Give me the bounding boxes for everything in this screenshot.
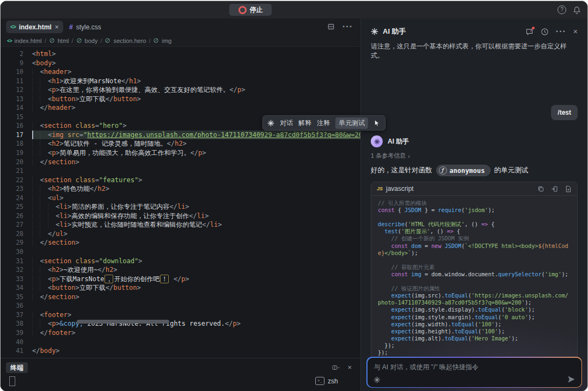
code-line[interactable]: 40 <box>1 338 360 347</box>
toolbar-item-explain[interactable]: 解释 <box>298 119 311 128</box>
code-line[interactable]: 41</body> <box>1 346 360 356</box>
code-editor[interactable]: 2<html>9<body>10 <header>11 <h1>欢迎来到Mars… <box>1 47 360 358</box>
code-line[interactable]: 34 <button>立即下载</button> <box>1 283 360 293</box>
code-line[interactable]: 33 <p>下载MarsNote，开始你的创作吧！ </p> <box>1 275 360 284</box>
new-chat-icon[interactable] <box>525 28 534 36</box>
selector-icon <box>49 38 55 44</box>
code-line[interactable]: 39 </footer> <box>1 328 360 338</box>
stop-icon <box>238 6 247 14</box>
code-line[interactable]: 32 <h2>~欢迎使用~</h2> <box>1 265 360 275</box>
code-line[interactable]: 18 <h2>笔记软件 - 记录灵感，随时随地。</h2> <box>1 139 360 148</box>
horizontal-scrollbar[interactable] <box>77 320 169 324</box>
toolbar-item-chat[interactable]: 对话 <box>280 119 293 128</box>
code-line[interactable]: 20 </section> <box>1 158 360 167</box>
toolbar-item-unit-test[interactable]: 单元测试 <box>335 117 368 129</box>
stop-button[interactable]: 停止 <box>229 4 272 16</box>
split-editor-icon[interactable] <box>327 23 335 30</box>
code-line[interactable]: 25 <li>简洁的界面，让你专注于笔记内容</li> <box>1 202 360 212</box>
terminal-panel: 终端 × >_ zsh <box>1 358 360 391</box>
code-line[interactable]: 2<html> <box>1 49 360 59</box>
code-line[interactable]: 21 <box>1 166 360 176</box>
split-terminal-icon[interactable] <box>332 364 340 371</box>
chat-code-line: expect(img.alt).toEqual('Hero Image'); <box>378 335 571 342</box>
html-file-icon: <> <box>7 38 12 44</box>
help-icon[interactable]: ? <box>558 5 566 14</box>
code-line[interactable]: 22 <section class="features"> <box>1 176 360 185</box>
breadcrumb-item[interactable]: section.hero <box>113 38 146 44</box>
code-line[interactable]: 10 <header> <box>1 67 360 77</box>
function-reference-pill[interactable]: ƒ anonymous <box>436 165 491 176</box>
code-line[interactable]: 28 </ul> <box>1 229 360 239</box>
html-file-icon: <> <box>10 24 16 30</box>
chat-code-line: expect(img.style.display).toEqual('block… <box>378 306 571 313</box>
close-panel-icon[interactable]: × <box>573 27 578 36</box>
new-file-from-code-icon[interactable] <box>565 185 572 193</box>
code-line[interactable]: 37 <footer> <box>1 311 360 320</box>
code-line[interactable]: 35 </section> <box>1 293 360 302</box>
notification-dot <box>532 27 535 29</box>
breadcrumb-item[interactable]: html <box>58 38 69 44</box>
code-line[interactable]: 29 </section> <box>1 238 360 247</box>
breadcrumb-item[interactable]: index.html <box>15 38 42 44</box>
toolbar-item-comment[interactable]: 注释 <box>317 119 330 128</box>
bell-icon[interactable] <box>573 6 581 14</box>
tab-style-css[interactable]: # style.css <box>65 21 106 33</box>
code-line[interactable]: 19 <p>简单易用，功能强大，助你高效工作和学习。</p> <box>1 148 360 158</box>
code-lines: 2<html>9<body>10 <header>11 <h1>欢迎来到Mars… <box>1 49 360 356</box>
code-line[interactable]: 11 <h1>欢迎来到MarsNote</h1> <box>1 77 360 86</box>
javascript-icon: JS <box>377 186 383 191</box>
chat-code-line: // 引入所需的模块 <box>378 200 571 207</box>
code-line[interactable]: 27 <li>实时预览，让你随时随地查看和编辑你的笔记</li> <box>1 220 360 229</box>
code-line[interactable]: 9<body> <box>1 59 360 68</box>
chat-code-line: // 创建一个新的 JSDOM 实例 <box>378 235 571 242</box>
stop-label: 停止 <box>250 5 263 15</box>
close-tab-icon[interactable]: × <box>55 23 59 31</box>
more-actions-icon[interactable]: ··· <box>342 22 353 32</box>
ai-input-container <box>366 357 582 388</box>
assistant-reply-header: AI 助手 <box>371 135 578 147</box>
tab-index-html[interactable]: <> index.html × <box>6 21 63 33</box>
code-line[interactable]: 14 </header> <box>1 103 360 113</box>
code-line[interactable]: 30 <box>1 247 360 257</box>
reference-toggle[interactable]: 1 条参考信息 › <box>371 152 578 160</box>
code-line[interactable]: 23 <h2>特色功能</h2> <box>1 184 360 194</box>
paper-plane-icon <box>567 375 575 383</box>
code-line[interactable]: 12 <p>在这里，你将体验到最便捷、高效、交互友好的笔记软件。</p> <box>1 85 360 95</box>
history-icon[interactable] <box>541 28 549 36</box>
breadcrumb: <> index.html / html / body / section.he… <box>1 35 360 47</box>
chat-code-line: expect(img.width).toEqual('100'); <box>378 321 571 328</box>
ai-chat-input[interactable] <box>367 358 581 376</box>
copy-code-icon[interactable] <box>537 185 544 193</box>
breadcrumb-item[interactable]: body <box>85 38 98 44</box>
wand-sparkle-icon <box>374 139 380 145</box>
insert-code-icon[interactable] <box>551 185 558 193</box>
sparkle-icon <box>371 28 378 35</box>
ai-panel-title: AI 助手 <box>383 27 406 36</box>
assistant-name: AI 助手 <box>388 137 409 146</box>
terminal-tab[interactable]: 终端 <box>6 362 28 373</box>
code-line[interactable]: 31 <section class="download"> <box>1 257 360 266</box>
code-line[interactable]: 17 <img src="https://images.unsplash.com… <box>1 131 360 140</box>
chat-code-line: test('图片显示', () => { <box>378 228 571 235</box>
chat-code-block: JS javascript // 引入所需的模块const { JSDOM } … <box>371 182 578 362</box>
shell-session-item[interactable]: >_ zsh <box>315 377 338 385</box>
ai-assistant-panel: AI 助手 ··· × 请注意，这只是一个基本的样式表，你可以根据需要进一步自定… <box>360 18 587 391</box>
breadcrumb-item[interactable]: img <box>162 38 171 44</box>
chevron-right-icon: › <box>408 153 410 159</box>
function-icon: ƒ <box>439 166 447 175</box>
chat-code-line: expect(img.style.margin).toEqual('0 auto… <box>378 314 571 321</box>
send-button[interactable] <box>567 375 575 383</box>
chat-code-line: const img = dom.window.document.querySel… <box>378 271 571 278</box>
title-bar: 停止 ? <box>1 1 587 19</box>
code-line[interactable]: 24 <ul> <box>1 194 360 203</box>
code-line[interactable]: 36 <box>1 301 360 311</box>
ai-panel-header: AI 助手 ··· × <box>371 26 578 38</box>
prompt-sparkle-icon[interactable] <box>373 376 381 383</box>
terminal-cursor[interactable] <box>9 376 15 386</box>
code-line[interactable]: 26 <li>高效的编辑和保存功能，让你专注于创作</li> <box>1 212 360 221</box>
chat-code-line: const dom = new JSDOM(`<!DOCTYPE html><b… <box>378 243 571 257</box>
code-line[interactable]: 13 <button>立即下载</button> <box>1 95 360 104</box>
more-options-icon[interactable]: ··· <box>556 27 566 36</box>
close-terminal-icon[interactable]: × <box>347 363 352 371</box>
code-line[interactable]: 38 <p>&copy; 2023 MarsNote. All rights r… <box>1 319 360 328</box>
